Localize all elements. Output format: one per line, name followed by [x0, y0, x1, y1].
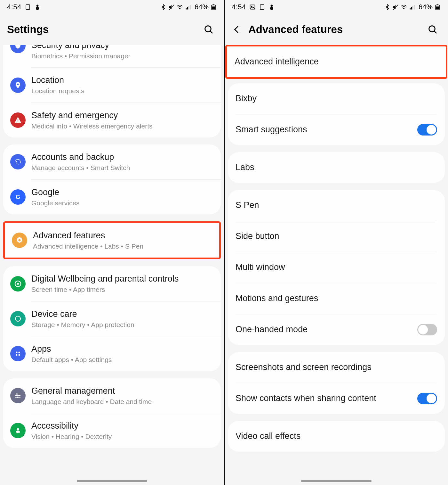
item-subtitle: Vision • Hearing • Dexterity: [31, 432, 213, 441]
settings-item-location[interactable]: LocationLocation requests: [3, 68, 221, 102]
item-title: Google: [31, 187, 213, 198]
svg-line-13: [210, 31, 212, 33]
settings-item-digital-wellbeing-and-parental-controls[interactable]: Digital Wellbeing and parental controlsS…: [3, 266, 221, 301]
feature-item-side-button[interactable]: Side button: [228, 221, 445, 252]
person-icon: [10, 423, 26, 438]
bluetooth-icon: [160, 4, 166, 10]
settings-item-accessibility[interactable]: AccessibilityVision • Hearing • Dexterit…: [3, 413, 221, 448]
toggle-smart-suggestions[interactable]: [417, 124, 437, 136]
feature-item-bixby[interactable]: Bixby: [228, 83, 445, 114]
svg-point-14: [17, 83, 19, 85]
settings-item-security-and-privacy[interactable]: Security and privacyBiometrics • Permiss…: [3, 45, 221, 67]
alert-icon: [10, 112, 26, 128]
feature-item-show-contacts-when-sharing-content[interactable]: Show contacts when sharing content: [228, 383, 445, 414]
settings-group: General managementLanguage and keyboard …: [3, 378, 221, 448]
apps-icon: [10, 346, 26, 361]
item-title: Digital Wellbeing and parental controls: [31, 273, 213, 284]
back-button[interactable]: [232, 24, 242, 35]
item-title: Side button: [236, 231, 437, 242]
location-icon: [10, 78, 26, 93]
battery-card-icon: [259, 4, 265, 10]
settings-group: Accounts and backupManage accounts • Sma…: [3, 144, 221, 214]
toggle-show-contacts-when-sharing-content[interactable]: [417, 393, 437, 404]
search-button[interactable]: [426, 23, 439, 36]
item-subtitle: Medical info • Wireless emergency alerts: [31, 122, 213, 130]
settings-group: Advanced featuresAdvanced intelligence •…: [3, 221, 221, 259]
svg-rect-0: [26, 5, 30, 10]
mute-icon: [392, 4, 399, 10]
svg-rect-16: [18, 121, 18, 122]
svg-point-28: [16, 393, 18, 395]
svg-rect-46: [436, 6, 439, 9]
item-subtitle: Google services: [31, 199, 213, 207]
svg-rect-47: [437, 4, 438, 5]
nav-bar: [225, 477, 448, 485]
feature-group: Video call effects: [228, 421, 445, 452]
item-subtitle: Advanced intelligence • Labs • S Pen: [33, 242, 212, 251]
advanced-features-list[interactable]: Advanced intelligenceBixbySmart suggesti…: [225, 45, 448, 477]
settings-item-advanced-features[interactable]: Advanced featuresAdvanced intelligence •…: [5, 223, 219, 258]
item-subtitle: Screen time • App timers: [31, 285, 213, 294]
phone-left: 4:54 64% Settings Security and privacyBi…: [0, 0, 224, 485]
svg-point-21: [17, 283, 19, 285]
item-subtitle: Default apps • App settings: [31, 355, 213, 364]
page-title: Settings: [7, 23, 196, 36]
svg-point-23: [16, 352, 18, 353]
svg-point-48: [429, 26, 435, 32]
bluetooth-icon: [384, 4, 390, 10]
settings-item-accounts-and-backup[interactable]: Accounts and backupManage accounts • Sma…: [3, 144, 221, 179]
svg-rect-5: [186, 8, 187, 9]
feature-item-video-call-effects[interactable]: Video call effects: [228, 421, 445, 452]
settings-item-apps[interactable]: AppsDefault apps • App settings: [3, 336, 221, 371]
svg-point-4: [180, 8, 180, 9]
feature-group: Advanced intelligence: [225, 45, 447, 79]
svg-rect-42: [411, 7, 412, 10]
svg-point-25: [16, 354, 18, 356]
nav-pill[interactable]: [77, 480, 147, 482]
svg-point-1: [36, 5, 38, 7]
svg-rect-7: [188, 6, 189, 10]
item-title: Video call effects: [236, 431, 437, 442]
snowman-icon: [268, 4, 275, 10]
item-title: Advanced intelligence: [235, 56, 438, 67]
svg-point-26: [19, 354, 20, 356]
feature-item-advanced-intelligence[interactable]: Advanced intelligence: [227, 46, 446, 77]
item-title: Safety and emergency: [31, 110, 213, 121]
sync-icon: [10, 154, 26, 169]
feature-item-s-pen[interactable]: S Pen: [228, 190, 445, 221]
settings-group: Digital Wellbeing and parental controlsS…: [3, 266, 221, 371]
item-title: Accessibility: [31, 420, 213, 432]
settings-item-google[interactable]: GGoogleGoogle services: [3, 180, 221, 214]
settings-item-device-care[interactable]: Device careStorage • Memory • App protec…: [3, 301, 221, 336]
svg-rect-43: [412, 6, 413, 10]
feature-item-screenshots-and-screen-recordings[interactable]: Screenshots and screen recordings: [228, 352, 445, 383]
settings-item-general-management[interactable]: General managementLanguage and keyboard …: [3, 378, 221, 413]
svg-point-30: [18, 395, 20, 396]
item-title: Location: [31, 75, 213, 86]
svg-rect-10: [212, 6, 215, 9]
feature-item-multi-window[interactable]: Multi window: [228, 252, 445, 283]
svg-text:G: G: [16, 194, 20, 200]
search-button[interactable]: [202, 23, 215, 36]
settings-item-safety-and-emergency[interactable]: Safety and emergencyMedical info • Wirel…: [3, 103, 221, 137]
shield-icon: [10, 45, 26, 53]
nav-pill[interactable]: [301, 480, 372, 482]
header: Settings: [0, 14, 224, 45]
nav-bar: [0, 477, 224, 485]
settings-list[interactable]: Security and privacyBiometrics • Permiss…: [0, 45, 224, 477]
mute-icon: [168, 4, 175, 10]
item-subtitle: Location requests: [31, 86, 213, 95]
status-bar: 4:54 64%: [0, 0, 224, 14]
wifi-icon: [177, 4, 183, 10]
feature-item-labs[interactable]: Labs: [228, 152, 445, 183]
item-subtitle: Storage • Memory • App protection: [31, 320, 213, 329]
feature-item-motions-and-gestures[interactable]: Motions and gestures: [228, 283, 445, 314]
care-icon: [10, 311, 26, 326]
item-title: Multi window: [236, 262, 437, 273]
feature-item-one-handed-mode[interactable]: One-handed mode: [228, 314, 445, 345]
svg-point-19: [19, 239, 21, 242]
feature-item-smart-suggestions[interactable]: Smart suggestions: [228, 114, 445, 145]
toggle-one-handed-mode[interactable]: [417, 324, 437, 335]
battery-icon: [435, 4, 441, 10]
settings-group: Security and privacyBiometrics • Permiss…: [3, 45, 221, 137]
